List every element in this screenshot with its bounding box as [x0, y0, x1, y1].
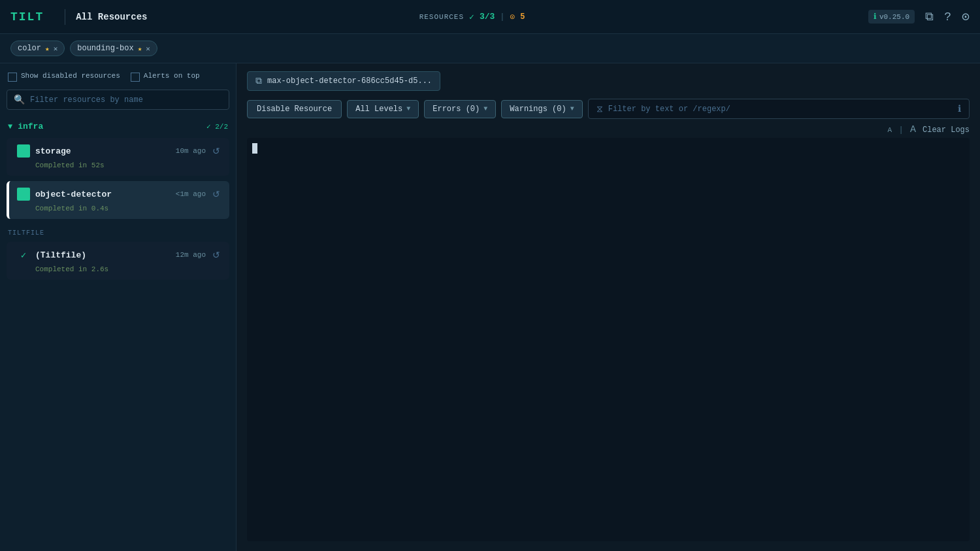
check-icon: ✓: [469, 12, 474, 22]
resource-selector[interactable]: ⧉ max-object-detector-686cc5d45-d5...: [247, 71, 440, 91]
stat-separator: |: [500, 12, 504, 22]
search-icon: 🔍: [14, 94, 25, 105]
check-count: 3/3: [480, 12, 495, 22]
warnings-dropdown[interactable]: Warnings (0) ▼: [501, 100, 582, 118]
object-detector-status: Completed in 0.4s: [35, 205, 221, 212]
resource-card-object-detector-top: object-detector <1m ago ↺: [17, 188, 221, 201]
show-disabled-label: Show disabled resources: [21, 71, 120, 81]
storage-name: storage: [35, 146, 171, 156]
disable-resource-button[interactable]: Disable Resource: [247, 100, 342, 118]
alerts-on-top-label: Alerts on top: [144, 71, 200, 81]
group-infra-name: infra: [18, 122, 201, 131]
warnings-caret: ▼: [570, 105, 574, 112]
storage-status: Completed in 52s: [35, 161, 221, 169]
tag-color[interactable]: color ★ ✕: [10, 41, 65, 56]
resource-card-tiltfile[interactable]: ✓ (Tiltfile) 12m ago ↺ Completed in 2.6s: [7, 242, 229, 280]
object-detector-time: <1m ago: [176, 190, 206, 198]
log-actions: A | A Clear Logs: [237, 124, 980, 138]
tags-bar: color ★ ✕ bounding-box ★ ✕: [0, 34, 980, 63]
resource-copy-icon: ⧉: [255, 76, 262, 86]
resources-stats: RESOURCES ✓ 3/3 | ⊙ 5: [419, 12, 525, 22]
show-disabled-checkbox[interactable]: [8, 73, 17, 82]
alerts-on-top-group[interactable]: Alerts on top: [131, 71, 200, 82]
sidebar: Show disabled resources Alerts on top 🔍 …: [0, 63, 237, 551]
clear-logs-button[interactable]: Clear Logs: [923, 125, 970, 135]
tag-bounding-box-label: bounding-box: [77, 44, 133, 53]
tiltfile-time: 12m ago: [176, 251, 206, 259]
group-infra-header[interactable]: ▼ infra ✓ 2/2: [0, 118, 236, 135]
object-detector-status-indicator: [17, 188, 30, 201]
storage-refresh-button[interactable]: ↺: [211, 144, 221, 158]
tag-bounding-box-star: ★: [138, 44, 142, 53]
content-toolbar: ⧉ max-object-detector-686cc5d45-d5...: [237, 63, 980, 96]
alert-icon: ⊙: [510, 12, 515, 22]
tag-color-star: ★: [45, 44, 50, 53]
filter-icon: ⧖: [596, 104, 603, 114]
font-size-large-button[interactable]: A: [910, 124, 916, 135]
copy-icon[interactable]: ⧉: [925, 10, 934, 24]
tag-color-close[interactable]: ✕: [54, 44, 58, 53]
errors-label: Errors (0): [433, 105, 480, 114]
search-box[interactable]: 🔍: [7, 90, 229, 110]
object-detector-name: object-detector: [35, 190, 171, 199]
content-area: ⧉ max-object-detector-686cc5d45-d5... Di…: [237, 63, 980, 551]
group-infra-arrow: ▼: [8, 122, 12, 131]
version-badge[interactable]: ℹ v0.25.0: [868, 10, 915, 24]
resource-card-storage-top: storage 10m ago ↺: [17, 144, 221, 158]
tiltfile-check-icon: ✓: [17, 250, 30, 261]
levels-caret: ▼: [406, 105, 410, 112]
object-detector-refresh-button[interactable]: ↺: [211, 188, 221, 201]
header-right: ℹ v0.25.0 ⧉ ? ⊙: [868, 8, 970, 25]
storage-status-indicator: [17, 144, 30, 158]
alert-count: 5: [520, 12, 525, 22]
main-layout: Show disabled resources Alerts on top 🔍 …: [0, 63, 980, 551]
toolbar-row: Disable Resource All Levels ▼ Errors (0)…: [237, 96, 980, 124]
errors-dropdown[interactable]: Errors (0) ▼: [424, 100, 496, 118]
version-text: v0.25.0: [879, 13, 909, 21]
log-filter-info-icon[interactable]: ℹ: [958, 103, 961, 114]
resource-selector-text: max-object-detector-686cc5d45-d5...: [267, 76, 432, 86]
font-size-small-button[interactable]: A: [888, 126, 892, 134]
version-info-icon: ℹ: [874, 12, 877, 22]
header: TILT All Resources RESOURCES ✓ 3/3 | ⊙ 5…: [0, 0, 980, 34]
resource-card-tiltfile-top: ✓ (Tiltfile) 12m ago ↺: [17, 248, 221, 261]
tag-bounding-box[interactable]: bounding-box ★ ✕: [70, 41, 157, 56]
resource-card-object-detector[interactable]: object-detector <1m ago ↺ Completed in 0…: [7, 181, 229, 219]
log-cursor: [252, 143, 257, 154]
levels-dropdown[interactable]: All Levels ▼: [347, 100, 419, 118]
show-disabled-group[interactable]: Show disabled resources: [8, 71, 120, 82]
font-size-sep: |: [898, 125, 904, 135]
logo: TILT: [10, 10, 44, 24]
sidebar-controls: Show disabled resources Alerts on top: [0, 71, 236, 90]
help-icon[interactable]: ?: [944, 10, 951, 24]
header-divider: [65, 9, 65, 25]
resource-card-storage[interactable]: storage 10m ago ↺ Completed in 52s: [7, 138, 229, 176]
group-infra-count: ✓ 2/2: [206, 122, 228, 131]
tiltfile-status: Completed in 2.6s: [35, 265, 221, 273]
alerts-on-top-checkbox[interactable]: [131, 73, 140, 82]
tiltfile-refresh-button[interactable]: ↺: [211, 248, 221, 261]
search-input[interactable]: [30, 95, 222, 105]
log-filter-placeholder: Filter by text or /regexp/: [608, 105, 953, 114]
user-icon[interactable]: ⊙: [962, 8, 970, 25]
storage-time: 10m ago: [176, 147, 206, 155]
log-filter-input[interactable]: ⧖ Filter by text or /regexp/ ℹ: [588, 99, 970, 119]
levels-label: All Levels: [355, 105, 402, 114]
tag-bounding-box-close[interactable]: ✕: [146, 44, 150, 53]
tiltfile-name: (Tiltfile): [35, 250, 171, 260]
errors-caret: ▼: [483, 105, 487, 112]
page-title: All Resources: [76, 12, 419, 22]
resources-label: RESOURCES: [419, 13, 464, 21]
tiltfile-section-label: TILTFILE: [0, 222, 236, 239]
warnings-label: Warnings (0): [510, 105, 566, 114]
log-area[interactable]: [247, 138, 970, 541]
tag-color-label: color: [18, 44, 41, 53]
